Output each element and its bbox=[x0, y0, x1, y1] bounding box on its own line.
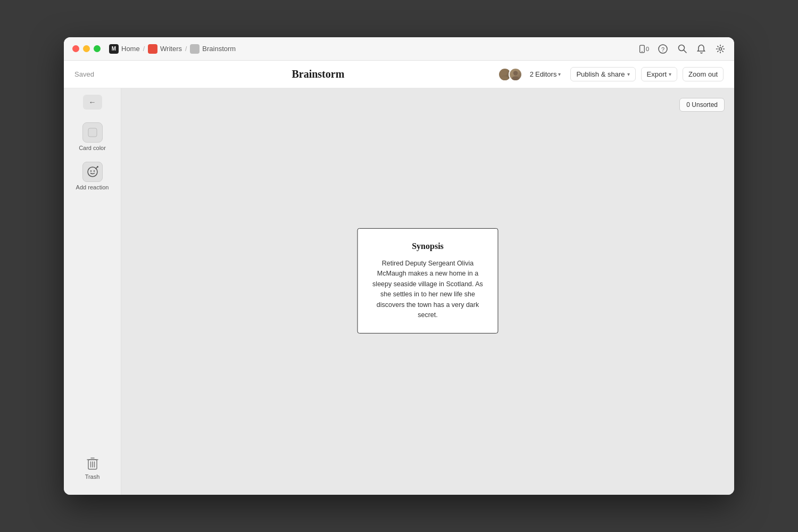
trash-label: Trash bbox=[85, 473, 100, 480]
breadcrumb-home[interactable]: M Home bbox=[109, 44, 140, 54]
svg-rect-11 bbox=[88, 128, 97, 137]
breadcrumb-home-label: Home bbox=[121, 45, 140, 53]
topbar-center: Brainstorm bbox=[138, 68, 498, 80]
svg-point-14 bbox=[93, 170, 94, 171]
page-title: Brainstorm bbox=[292, 68, 344, 80]
unsorted-label: 0 Unsorted bbox=[686, 101, 718, 109]
svg-text:?: ? bbox=[661, 46, 664, 52]
app-window: M Home / Writers / Brainstorm 0 ? bbox=[64, 37, 734, 495]
zoom-out-button[interactable]: Zoom out bbox=[683, 67, 724, 81]
svg-point-1 bbox=[642, 51, 643, 52]
topbar-right: 2 Editors ▾ Publish & share ▾ Export ▾ Z… bbox=[498, 67, 724, 81]
brainstorm-card[interactable]: Synopsis Retired Deputy Sergeant Olivia … bbox=[358, 228, 498, 334]
publish-share-button[interactable]: Publish & share ▾ bbox=[570, 67, 635, 81]
breadcrumb-writers-label: Writers bbox=[160, 45, 182, 53]
home-icon: M bbox=[109, 44, 119, 54]
breadcrumb-sep-2: / bbox=[185, 45, 187, 53]
sidebar-add-reaction[interactable]: Add reaction bbox=[71, 157, 114, 195]
svg-point-8 bbox=[501, 76, 509, 80]
card-body: Retired Deputy Sergeant Olivia McMaugh m… bbox=[369, 259, 487, 320]
add-reaction-icon bbox=[82, 162, 103, 182]
maximize-button[interactable] bbox=[94, 45, 101, 52]
avatar-group bbox=[498, 68, 522, 81]
titlebar-actions: 0 ? bbox=[638, 44, 726, 54]
mobile-badge: 0 bbox=[646, 46, 649, 52]
editors-count: 2 bbox=[530, 70, 534, 78]
topbar: Saved Brainstorm 2 Editors ▾ bbox=[64, 61, 734, 88]
svg-point-7 bbox=[503, 71, 507, 75]
svg-line-5 bbox=[684, 50, 686, 53]
svg-point-6 bbox=[719, 47, 722, 50]
avatar-2 bbox=[509, 68, 522, 81]
sidebar-card-color[interactable]: Card color bbox=[71, 118, 114, 155]
traffic-lights bbox=[72, 45, 101, 52]
export-button[interactable]: Export ▾ bbox=[641, 67, 678, 81]
card-title: Synopsis bbox=[369, 242, 487, 251]
editors-chevron-icon: ▾ bbox=[558, 71, 561, 77]
mobile-icon[interactable]: 0 bbox=[638, 44, 649, 54]
sidebar-back-button[interactable]: ← bbox=[83, 95, 102, 110]
breadcrumb-brainstorm-label: Brainstorm bbox=[202, 45, 236, 53]
card-color-icon bbox=[82, 122, 103, 143]
editors-label: Editors bbox=[535, 70, 556, 78]
minimize-button[interactable] bbox=[83, 45, 90, 52]
search-icon[interactable] bbox=[677, 44, 687, 54]
sidebar-trash[interactable]: Trash bbox=[71, 451, 114, 484]
canvas-area[interactable]: 0 Unsorted Synopsis Retired Deputy Serge… bbox=[121, 88, 734, 495]
main-layout: ← Card color bbox=[64, 88, 734, 495]
topbar-status: Saved bbox=[74, 70, 138, 78]
svg-point-13 bbox=[90, 170, 91, 171]
svg-point-9 bbox=[513, 71, 518, 75]
brainstorm-icon bbox=[190, 44, 200, 54]
editors-area: 2 Editors ▾ bbox=[498, 68, 566, 81]
breadcrumb-brainstorm[interactable]: Brainstorm bbox=[190, 44, 236, 54]
close-button[interactable] bbox=[72, 45, 79, 52]
editors-button[interactable]: 2 Editors ▾ bbox=[526, 68, 566, 80]
card-color-label: Card color bbox=[79, 145, 106, 151]
left-sidebar: ← Card color bbox=[64, 88, 121, 495]
back-icon: ← bbox=[89, 98, 96, 106]
breadcrumb: M Home / Writers / Brainstorm bbox=[109, 44, 236, 54]
svg-point-10 bbox=[512, 76, 519, 80]
home-icon-letter: M bbox=[112, 46, 116, 52]
publish-chevron-icon: ▾ bbox=[627, 71, 630, 77]
breadcrumb-sep-1: / bbox=[143, 45, 145, 53]
titlebar: M Home / Writers / Brainstorm 0 ? bbox=[64, 37, 734, 61]
notification-icon[interactable] bbox=[696, 44, 706, 54]
export-chevron-icon: ▾ bbox=[669, 71, 671, 77]
settings-icon[interactable] bbox=[715, 44, 726, 54]
help-icon[interactable]: ? bbox=[658, 44, 668, 54]
add-reaction-label: Add reaction bbox=[76, 184, 109, 190]
breadcrumb-writers[interactable]: Writers bbox=[148, 44, 182, 54]
unsorted-button[interactable]: 0 Unsorted bbox=[679, 98, 725, 112]
writers-icon bbox=[148, 44, 157, 54]
svg-point-16 bbox=[97, 166, 98, 168]
